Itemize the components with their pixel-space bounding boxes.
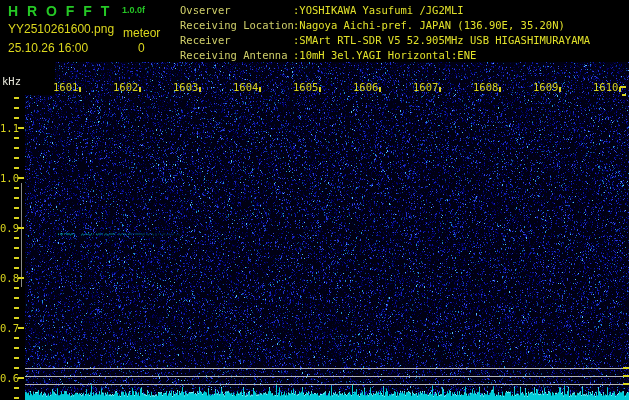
freq-major-tick	[18, 227, 24, 229]
freq-minor-tick	[14, 337, 19, 339]
time-tick	[559, 87, 561, 92]
freq-minor-tick	[14, 387, 19, 389]
freq-minor-tick	[14, 297, 19, 299]
freq-label: 1.1	[0, 122, 17, 134]
time-tick	[499, 87, 501, 92]
freq-minor-tick	[14, 367, 19, 369]
time-tick	[139, 87, 141, 92]
time-tick	[379, 87, 381, 92]
freq-minor-tick	[14, 197, 19, 199]
freq-minor-tick	[14, 267, 19, 269]
antenna-value: :10mH 3el.YAGI Horizontal:ENE	[293, 49, 476, 61]
level-reference-line	[25, 368, 627, 369]
observation-timestamp: 25.10.26 16:00	[8, 41, 88, 55]
freq-minor-tick	[14, 217, 19, 219]
freq-minor-tick	[14, 167, 19, 169]
freq-minor-tick	[14, 117, 19, 119]
edge-tick	[623, 383, 629, 385]
freq-major-tick	[18, 127, 24, 129]
time-label: 1610	[593, 81, 618, 93]
freq-minor-tick	[14, 257, 19, 259]
frequency-unit-label: kHz	[2, 75, 21, 87]
time-tick	[259, 87, 261, 92]
echo-count: 0	[138, 41, 145, 55]
time-label: 1609	[533, 81, 558, 93]
edge-tick	[623, 375, 629, 377]
edge-tick	[620, 86, 626, 88]
edge-tick	[622, 94, 626, 96]
app-title: H R O F F T	[8, 3, 112, 19]
freq-label: 0.7	[0, 322, 17, 334]
freq-minor-tick	[14, 307, 19, 309]
freq-minor-tick	[14, 187, 19, 189]
level-reference-line	[25, 376, 627, 377]
freq-minor-tick	[14, 237, 19, 239]
receiver-value: :SMArt RTL-SDR V5 52.905MHz USB HIGASHIM…	[293, 34, 590, 46]
receiver-label: Receiver	[180, 34, 231, 46]
time-label: 1601	[53, 81, 78, 93]
time-label: 1605	[293, 81, 318, 93]
time-label: 1604	[233, 81, 258, 93]
output-filename: YY2510261600.png	[8, 22, 114, 36]
freq-label: 0.9	[0, 222, 17, 234]
freq-minor-tick	[14, 347, 19, 349]
freq-label: 1.0	[0, 172, 17, 184]
freq-minor-tick	[14, 357, 19, 359]
app-version: 1.0.0f	[122, 5, 145, 15]
location-value: :Nagoya Aichi-pref. JAPAN (136.90E, 35.2…	[293, 19, 565, 31]
freq-label: 0.6	[0, 372, 17, 384]
level-reference-line	[25, 384, 627, 385]
edge-tick	[623, 367, 629, 369]
freq-minor-tick	[14, 317, 19, 319]
freq-minor-tick	[14, 137, 19, 139]
time-label: 1603	[173, 81, 198, 93]
freq-minor-tick	[14, 207, 19, 209]
time-label: 1606	[353, 81, 378, 93]
time-label: 1602	[113, 81, 138, 93]
freq-minor-tick	[14, 107, 19, 109]
antenna-label: Receiving Antenna	[180, 49, 287, 61]
freq-major-tick	[18, 177, 24, 179]
hrofft-window: H R O F F T 1.0.0f YY2510261600.png mete…	[0, 0, 629, 400]
freq-major-tick	[18, 377, 24, 379]
freq-label: 0.8	[0, 272, 17, 284]
freq-minor-tick	[14, 247, 19, 249]
time-tick	[79, 87, 81, 92]
scale-bar	[21, 183, 22, 287]
freq-minor-tick	[14, 287, 19, 289]
time-tick	[439, 87, 441, 92]
freq-minor-tick	[14, 397, 19, 399]
freq-major-tick	[18, 327, 24, 329]
freq-major-tick	[18, 277, 24, 279]
freq-minor-tick	[14, 157, 19, 159]
freq-minor-tick	[14, 147, 19, 149]
observer-value: :YOSHIKAWA Yasufumi /JG2MLI	[293, 4, 464, 16]
time-tick	[319, 87, 321, 92]
mode-label: meteor	[123, 26, 160, 40]
observer-label: Ovserver	[180, 4, 231, 16]
time-tick	[199, 87, 201, 92]
location-label: Receiving Location	[180, 19, 294, 31]
time-label: 1608	[473, 81, 498, 93]
time-label: 1607	[413, 81, 438, 93]
freq-minor-tick	[14, 97, 19, 99]
